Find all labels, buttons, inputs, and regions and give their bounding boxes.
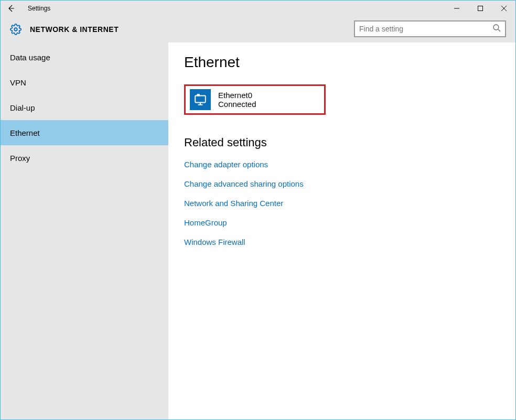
window-controls	[445, 1, 515, 16]
sidebar-item-label: VPN	[10, 78, 26, 87]
link-network-sharing-center[interactable]: Network and Sharing Center	[184, 199, 515, 208]
adapter-text: Ethernet0 Connected	[218, 91, 256, 109]
window-title: Settings	[28, 5, 50, 12]
body: Data usage VPN Dial-up Ethernet Proxy Et…	[1, 42, 515, 419]
adapter-name: Ethernet0	[218, 91, 256, 100]
svg-point-4	[14, 28, 17, 31]
category-title: NETWORK & INTERNET	[30, 25, 119, 34]
sidebar-item-vpn[interactable]: VPN	[1, 70, 168, 95]
gear-icon	[10, 24, 22, 35]
svg-point-5	[493, 25, 499, 30]
minimize-icon	[454, 6, 459, 11]
minimize-button[interactable]	[445, 1, 468, 16]
link-change-advanced-sharing[interactable]: Change advanced sharing options	[184, 179, 515, 188]
link-change-adapter-options[interactable]: Change adapter options	[184, 160, 515, 169]
sidebar-item-label: Dial-up	[10, 103, 35, 112]
svg-line-6	[498, 29, 500, 31]
maximize-button[interactable]	[468, 1, 492, 16]
title-bar: Settings	[1, 1, 515, 16]
svg-rect-1	[478, 6, 482, 11]
header: NETWORK & INTERNET	[1, 16, 515, 42]
adapter-card[interactable]: Ethernet0 Connected	[184, 84, 326, 115]
link-homegroup[interactable]: HomeGroup	[184, 218, 515, 227]
sidebar-item-label: Data usage	[10, 53, 50, 62]
search-input[interactable]	[359, 25, 492, 33]
search-icon	[492, 24, 501, 34]
sidebar-item-ethernet[interactable]: Ethernet	[1, 120, 168, 145]
search-box[interactable]	[354, 20, 506, 37]
close-button[interactable]	[492, 1, 515, 16]
arrow-left-icon	[7, 4, 15, 13]
maximize-icon	[478, 6, 483, 11]
related-settings-title: Related settings	[184, 136, 515, 149]
sidebar: Data usage VPN Dial-up Ethernet Proxy	[1, 42, 168, 419]
page-title: Ethernet	[184, 54, 515, 71]
back-button[interactable]	[1, 1, 22, 16]
svg-rect-10	[197, 94, 200, 96]
sidebar-item-proxy[interactable]: Proxy	[1, 145, 168, 170]
sidebar-item-label: Ethernet	[10, 128, 40, 137]
sidebar-item-dial-up[interactable]: Dial-up	[1, 95, 168, 120]
content: Ethernet Ethernet0 Connected Related set…	[168, 42, 515, 419]
sidebar-item-label: Proxy	[10, 154, 30, 163]
adapter-status: Connected	[218, 100, 256, 109]
sidebar-item-data-usage[interactable]: Data usage	[1, 45, 168, 70]
svg-rect-7	[195, 95, 206, 102]
link-windows-firewall[interactable]: Windows Firewall	[184, 238, 515, 246]
close-icon	[501, 6, 507, 11]
ethernet-adapter-icon	[190, 89, 211, 110]
